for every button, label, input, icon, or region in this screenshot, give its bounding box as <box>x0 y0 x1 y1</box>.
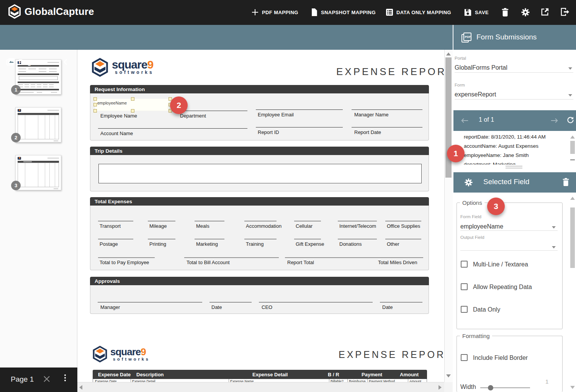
expense-label: Cellular <box>296 223 313 229</box>
approval-label: Manager <box>100 304 120 310</box>
document-icon <box>311 8 317 16</box>
page-thumbnail-2[interactable] <box>15 107 61 142</box>
delete-field-button[interactable] <box>562 178 570 188</box>
multiline-checkbox[interactable] <box>461 261 468 268</box>
previous-submission-button[interactable] <box>460 117 469 126</box>
refresh-submissions-button[interactable] <box>566 116 574 126</box>
form-submissions-header: PDF Form Submissions <box>453 25 576 50</box>
page-footer-bar: Page 1 <box>0 368 77 392</box>
multiline-checkbox-label: Multi-Line / Textarea <box>473 261 528 268</box>
form-dropdown-arrow-icon[interactable] <box>568 94 572 96</box>
gear-icon <box>521 8 530 17</box>
approvals-body <box>90 285 429 314</box>
panel-resize-handle[interactable] <box>506 166 522 168</box>
data-scroll-thumb[interactable] <box>570 141 575 154</box>
scroll-right-arrow[interactable] <box>439 385 442 390</box>
resize-handle-nw[interactable] <box>93 97 97 101</box>
data-only-checkbox[interactable] <box>461 306 468 313</box>
logout-icon <box>561 8 569 16</box>
width-slider-thumb[interactable] <box>488 385 493 390</box>
expense-label: Marketing <box>196 241 218 247</box>
pages-icon <box>6 57 15 68</box>
selected-field-name: employeeName <box>97 101 127 105</box>
output-field-dropdown-arrow-icon[interactable] <box>552 246 556 248</box>
document-horizontal-scrollbar[interactable] <box>77 382 444 392</box>
document-toolbar <box>77 25 453 50</box>
list-icon <box>386 9 393 16</box>
data-only-mapping-button[interactable]: DATA ONLY MAPPING <box>386 7 451 18</box>
snapshot-mapping-button[interactable]: SNAPSHOT MAPPING <box>311 7 376 18</box>
arrow-left-icon <box>460 117 469 124</box>
resize-handle-sw[interactable] <box>93 109 97 113</box>
resize-handle-n[interactable] <box>131 97 134 101</box>
th-expense-detail: Expense Detail <box>252 372 288 377</box>
scroll-down-arrow[interactable] <box>446 374 451 377</box>
field-border-checkbox[interactable] <box>461 354 468 361</box>
page-menu-button[interactable] <box>64 374 66 382</box>
scroll-left-arrow[interactable] <box>79 385 82 390</box>
data-scroll-down-mark[interactable] <box>570 159 575 160</box>
data-scroll-up-arrow[interactable] <box>570 136 575 139</box>
scroll-up-arrow[interactable] <box>446 52 451 56</box>
trip-details-textbox <box>98 164 422 183</box>
pager-text: 1 of 1 <box>479 116 494 123</box>
pages-panel-header: Pages <box>0 25 77 50</box>
callout-badge-2: 2 <box>170 96 188 114</box>
expense-label: Office Supplies <box>387 223 420 229</box>
submission-line: reportDate: 8/31/2020, 11:46:44 AM <box>464 132 570 142</box>
delete-button[interactable] <box>501 8 510 17</box>
page-thumbnail-3[interactable] <box>15 155 61 190</box>
panel-scroll-thumb[interactable] <box>570 207 575 268</box>
exit-button[interactable] <box>561 8 570 17</box>
th-expense-date: Expense Date <box>98 372 131 377</box>
refresh-icon <box>566 116 574 124</box>
expense-label: Training <box>246 241 263 247</box>
app-logo: GlobalCapture <box>8 4 94 19</box>
close-icon <box>43 375 51 383</box>
expense-label: Transport <box>100 223 121 229</box>
chevron-left-icon <box>63 59 68 65</box>
arrow-right-icon <box>550 117 559 124</box>
field-account-name: Account Name <box>100 131 133 136</box>
collapse-pages-button[interactable] <box>63 59 68 67</box>
resize-handle-s[interactable] <box>131 109 134 113</box>
page-number-badge-1: 1 <box>11 85 21 95</box>
panel-scroll-up-arrow[interactable] <box>570 197 575 200</box>
repeating-data-checkbox[interactable] <box>461 283 468 290</box>
pages-sidebar: 1 2 3 <box>0 50 77 368</box>
expense-label: Meals <box>196 223 209 229</box>
open-in-new-button[interactable] <box>541 8 550 17</box>
output-field-label: Output Field <box>460 235 484 240</box>
kebab-menu-icon <box>64 374 66 376</box>
field-employee-email: Employee Email <box>258 112 294 118</box>
submission-line: department: Marketing <box>464 160 570 165</box>
field-employee-name: Employee Name <box>100 113 137 119</box>
th-description: Description <box>136 372 164 377</box>
close-page-button[interactable] <box>43 375 51 383</box>
portal-dropdown-arrow-icon[interactable] <box>568 67 572 70</box>
expense-total-label: Report Total <box>287 260 314 265</box>
callout-badge-3: 3 <box>487 198 505 215</box>
save-button[interactable]: SAVE <box>464 7 489 18</box>
resize-handle-w[interactable] <box>93 103 97 106</box>
next-submission-button[interactable] <box>550 117 559 126</box>
open-in-new-icon <box>541 8 549 16</box>
panel-divider <box>453 25 453 50</box>
form-field-label: Form Field <box>460 214 481 219</box>
current-page-label: Page 1 <box>11 375 34 384</box>
output-field-select[interactable] <box>460 245 558 251</box>
formatting-legend: Formatting <box>460 333 492 339</box>
data-only-checkbox-label: Data Only <box>473 306 500 313</box>
form-field-dropdown-arrow-icon[interactable] <box>552 226 556 229</box>
pages-panel-title: Pages <box>18 58 39 66</box>
th-amount: Amount <box>400 372 419 377</box>
total-expenses-header: Total Expenses <box>90 197 429 206</box>
scrollbar-corner <box>444 382 453 392</box>
page-number-badge-3: 3 <box>11 181 21 190</box>
panel-scroll-down-arrow[interactable] <box>570 386 575 389</box>
field-settings-gear-icon <box>464 178 473 188</box>
pdf-mapping-button[interactable]: PDF MAPPING <box>252 7 298 18</box>
settings-button[interactable] <box>521 8 530 17</box>
expense-label: Internet/Telecom <box>339 223 376 229</box>
expense-label: Donations <box>339 241 362 247</box>
